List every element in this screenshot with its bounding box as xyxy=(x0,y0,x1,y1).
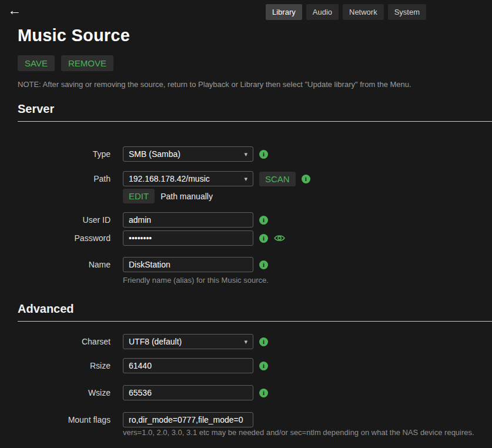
mount-flags-help-text: vers=1.0, 2.0, 3.0, 3.1 etc may be neede… xyxy=(123,428,492,437)
wsize-row: Wsize i xyxy=(0,385,492,400)
scan-button[interactable]: SCAN xyxy=(259,172,296,186)
wsize-field[interactable] xyxy=(123,385,253,400)
path-label: Path xyxy=(0,174,111,183)
password-row: Password i xyxy=(0,230,492,246)
type-dropdown-value: SMB (Samba) xyxy=(129,149,180,159)
action-buttons: SAVE REMOVE xyxy=(18,55,492,71)
name-row: Name i xyxy=(0,257,492,272)
mount-flags-field[interactable] xyxy=(123,412,253,427)
advanced-section-heading: Advanced xyxy=(18,302,492,322)
back-icon[interactable]: ← xyxy=(8,4,21,17)
path-dropdown-value: 192.168.178.42/music xyxy=(129,174,210,183)
chevron-down-icon: ▾ xyxy=(244,339,247,345)
rsize-field[interactable] xyxy=(123,358,253,373)
chevron-down-icon: ▾ xyxy=(244,151,247,158)
advanced-form: Charset UTF8 (default) ▾ i Rsize i Wsize… xyxy=(0,334,492,437)
wsize-label: Wsize xyxy=(0,388,111,397)
type-row: Type SMB (Samba) ▾ i xyxy=(0,146,492,162)
charset-dropdown-value: UTF8 (default) xyxy=(129,337,182,346)
name-label: Name xyxy=(0,260,111,269)
user-id-label: User ID xyxy=(0,215,111,225)
edit-path-row: EDIT Path manually xyxy=(0,189,492,203)
remove-button[interactable]: REMOVE xyxy=(61,55,113,71)
tab-audio[interactable]: Audio xyxy=(306,4,339,20)
password-info-icon[interactable]: i xyxy=(259,234,268,243)
type-label: Type xyxy=(0,149,111,159)
chevron-down-icon: ▾ xyxy=(244,176,247,182)
name-help-text: Friendly name (alias) for this Music sou… xyxy=(123,276,492,285)
name-info-icon[interactable]: i xyxy=(259,260,268,269)
tab-system[interactable]: System xyxy=(388,4,426,20)
path-info-icon[interactable]: i xyxy=(302,175,310,183)
note-text: NOTE: After saving or removing the sourc… xyxy=(18,80,492,89)
top-bar: ← Library Audio Network System xyxy=(0,0,492,26)
save-button[interactable]: SAVE xyxy=(18,55,55,71)
password-field[interactable] xyxy=(123,230,253,246)
name-field[interactable] xyxy=(123,257,253,272)
server-form: Type SMB (Samba) ▾ i Path 192.168.178.42… xyxy=(0,146,492,285)
type-dropdown[interactable]: SMB (Samba) ▾ xyxy=(123,146,253,162)
show-password-eye-icon[interactable] xyxy=(274,234,285,242)
path-row: Path 192.168.178.42/music ▾ SCAN i xyxy=(0,171,492,186)
user-id-field[interactable] xyxy=(123,212,253,228)
edit-button[interactable]: EDIT xyxy=(123,189,155,203)
user-id-row: User ID i xyxy=(0,212,492,228)
rsize-label: Rsize xyxy=(0,361,111,370)
rsize-info-icon[interactable]: i xyxy=(259,362,268,370)
charset-dropdown[interactable]: UTF8 (default) ▾ xyxy=(123,334,253,349)
password-label: Password xyxy=(0,233,111,243)
mount-flags-row: Mount flags xyxy=(0,412,492,427)
server-section-heading: Server xyxy=(18,102,492,122)
page-title: Music Source xyxy=(18,26,492,45)
mount-flags-label: Mount flags xyxy=(0,415,111,424)
edit-hint-text: Path manually xyxy=(160,192,213,201)
tab-library[interactable]: Library xyxy=(266,4,302,20)
charset-info-icon[interactable]: i xyxy=(259,337,268,346)
type-info-icon[interactable]: i xyxy=(259,150,268,159)
rsize-row: Rsize i xyxy=(0,358,492,373)
tab-bar: Library Audio Network System xyxy=(266,4,426,20)
path-dropdown[interactable]: 192.168.178.42/music ▾ xyxy=(123,171,253,186)
user-id-info-icon[interactable]: i xyxy=(259,216,268,225)
charset-label: Charset xyxy=(0,337,111,346)
charset-row: Charset UTF8 (default) ▾ i xyxy=(0,334,492,349)
tab-network[interactable]: Network xyxy=(343,4,384,20)
wsize-info-icon[interactable]: i xyxy=(259,389,268,397)
